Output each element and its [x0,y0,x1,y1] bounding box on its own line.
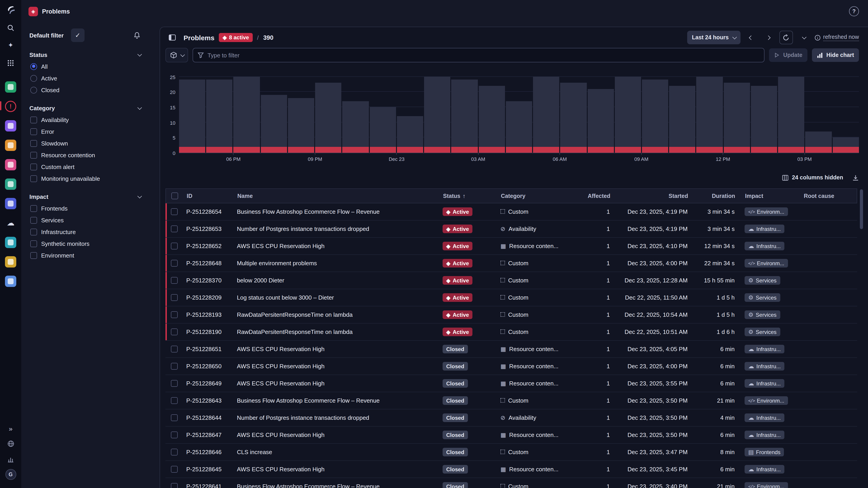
checkbox-control[interactable] [30,128,37,135]
column-header-affected[interactable]: Affected [578,193,617,199]
chart-bar[interactable] [723,83,750,153]
checkbox-option-slowdown[interactable]: Slowdown [29,137,151,149]
usage-chart-icon[interactable] [4,453,17,465]
table-row[interactable]: P-251228649AWS ECS CPU Reservation HighC… [165,375,857,392]
checkbox-option-custom-alert[interactable]: Custom alert [29,161,151,173]
ai-sparkle-icon[interactable]: ✦ [4,39,17,52]
table-row[interactable]: P-251228193RawDataPersitentResponseTime … [165,306,857,324]
row-checkbox[interactable] [170,380,178,387]
radio-control[interactable] [30,87,37,93]
chart-bar[interactable] [288,98,314,153]
column-header-impact[interactable]: Impact [741,193,800,199]
chart-bar[interactable] [642,80,668,153]
scrollbar-thumb[interactable] [860,189,863,229]
chart-bar[interactable] [206,80,232,153]
columns-hidden-button[interactable]: 24 columns hidden [782,174,843,181]
table-row[interactable]: P-251228645AWS ECS CPU Reservation HighC… [165,461,857,478]
row-checkbox[interactable] [170,328,178,335]
column-header-status[interactable]: Status↑ [439,193,497,199]
radio-option-all[interactable]: All [29,61,151,72]
table-row[interactable]: P-251228643Business Flow Astroshop Ecomm… [165,392,857,410]
row-checkbox[interactable] [170,311,178,318]
radio-control[interactable] [30,63,37,70]
checkbox-option-environment[interactable]: Environment [29,250,151,261]
row-checkbox[interactable] [170,225,178,232]
support-globe-icon[interactable] [4,437,17,450]
chart-bar[interactable] [234,77,260,153]
apps-grid-icon[interactable] [4,57,17,69]
filter-section-status[interactable]: Status [29,49,151,61]
checkbox-option-services[interactable]: Services [29,214,151,226]
chart-bar[interactable] [315,83,341,153]
checkbox-option-monitoring-unavailable[interactable]: Monitoring unavailable [29,173,151,184]
chart-bar[interactable] [424,77,450,153]
chart-bar[interactable] [751,86,777,153]
search-icon[interactable] [4,21,17,34]
chart-bar[interactable] [696,77,723,153]
row-checkbox[interactable] [170,260,178,267]
checkbox-option-error[interactable]: Error [29,126,151,137]
refresh-options-button[interactable] [798,31,810,44]
radio-option-active[interactable]: Active [29,72,151,84]
checkbox-option-infrastructure[interactable]: Infrastructure [29,226,151,238]
checkbox-control[interactable] [30,240,37,247]
row-checkbox[interactable] [170,483,178,488]
chart-bar[interactable] [533,77,559,153]
checkbox-option-availability[interactable]: Availability [29,114,151,126]
table-row[interactable]: P-251228650AWS ECS CPU Reservation HighC… [165,358,857,375]
checkbox-control[interactable] [30,175,37,182]
radio-option-closed[interactable]: Closed [29,84,151,96]
chart-bar[interactable] [506,101,532,153]
chart-bar[interactable] [342,101,369,153]
checkbox-control[interactable] [30,228,37,235]
row-checkbox[interactable] [170,242,178,250]
containers-app-icon[interactable] [4,236,17,249]
checkbox-control[interactable] [30,152,37,158]
chart-bar[interactable] [452,80,477,153]
chart-bar[interactable] [805,131,832,153]
download-icon[interactable] [852,174,859,181]
update-button[interactable]: Update [769,48,807,62]
column-header-category[interactable]: Category [497,193,578,199]
clouds-app-icon[interactable]: ☁ [4,217,17,229]
user-avatar[interactable]: G [4,468,17,481]
refresh-button[interactable] [779,31,793,44]
frontend-app-icon[interactable] [4,158,17,171]
chart-bar[interactable] [370,107,396,153]
row-checkbox[interactable] [170,431,178,438]
column-header-id[interactable]: ID [183,193,234,199]
chart-bar[interactable] [833,138,859,153]
table-row[interactable]: P-251228370below 2000 Dieter◈ActiveCusto… [165,272,857,289]
refreshed-status[interactable]: refreshed now [815,34,859,41]
chart-bar[interactable] [478,86,505,153]
chart-bar[interactable] [669,86,695,153]
table-row[interactable]: P-251228654Business Flow Astroshop Ecomm… [165,203,857,221]
row-checkbox[interactable] [170,277,178,284]
row-checkbox[interactable] [170,414,178,421]
checkbox-control[interactable] [30,116,37,123]
apply-filter-button[interactable]: ✓ [71,29,85,42]
row-checkbox[interactable] [170,449,178,455]
logs-app-icon[interactable] [4,197,17,210]
next-timeframe-button[interactable] [762,31,775,44]
table-row[interactable]: P-251228647AWS ECS CPU Reservation HighC… [165,427,857,444]
chart-bar[interactable] [560,83,587,153]
dynatrace-logo[interactable] [4,4,17,16]
grouping-selector-button[interactable] [165,48,188,62]
row-checkbox[interactable] [170,466,178,473]
services-app-icon[interactable] [4,119,17,132]
time-range-button[interactable]: Last 24 hours [687,31,741,44]
help-icon[interactable]: ? [849,6,859,16]
column-header-started[interactable]: Started [617,193,694,199]
expand-rail-icon[interactable]: » [4,422,17,435]
checkbox-control[interactable] [30,217,37,223]
checkbox-option-synthetic-monitors[interactable]: Synthetic monitors [29,238,151,250]
checkbox-option-frontends[interactable]: Frontends [29,202,151,214]
chart-bar[interactable] [260,95,287,153]
table-row[interactable]: P-251228653Number of Postgres instance t… [165,221,857,238]
row-checkbox[interactable] [170,397,178,404]
hide-chart-button[interactable]: Hide chart [812,48,859,62]
row-checkbox[interactable] [170,346,178,352]
row-checkbox[interactable] [170,208,178,215]
table-scrollbar[interactable] [860,189,863,479]
